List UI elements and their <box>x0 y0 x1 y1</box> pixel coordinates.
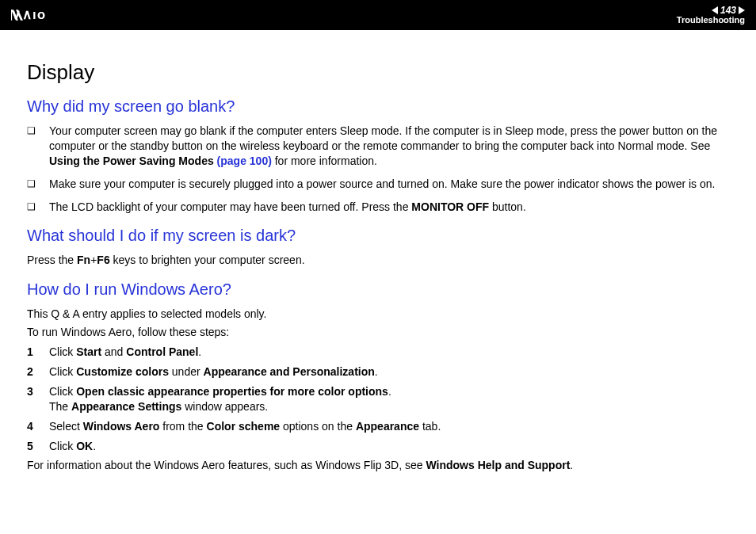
list-item: ❑ The LCD backlight of your computer may… <box>27 200 729 215</box>
step-item: 5 Click OK. <box>27 439 729 454</box>
bullet-icon: ❑ <box>27 200 49 213</box>
step-number: 5 <box>27 439 49 454</box>
prev-page-arrow-icon[interactable] <box>712 6 718 14</box>
q3-outro: For information about the Windows Aero f… <box>27 458 729 473</box>
page-title: Display <box>27 60 729 85</box>
step-item: 1 Click Start and Control Panel. <box>27 345 729 360</box>
q2-paragraph: Press the Fn+F6 keys to brighten your co… <box>27 253 729 268</box>
question-1-heading: Why did my screen go blank? <box>27 97 729 116</box>
list-item: ❑ Your computer screen may go blank if t… <box>27 124 729 169</box>
list-item: ❑ Make sure your computer is securely pl… <box>27 177 729 192</box>
step-text: Click OK. <box>49 439 729 454</box>
step-number: 3 <box>27 384 49 399</box>
page-number: 143 <box>718 6 739 15</box>
q3-intro-1: This Q & A entry applies to selected mod… <box>27 307 729 322</box>
header-right: 143 Troubleshooting <box>677 6 745 25</box>
step-number: 4 <box>27 419 49 434</box>
step-text: Click Start and Control Panel. <box>49 345 729 360</box>
svg-text:∨∧ıo: ∨∧ıo <box>11 8 47 21</box>
vaio-logo: ∨∧ıo <box>11 8 82 22</box>
step-text: Click Open classic appearance properties… <box>49 384 729 414</box>
step-text: Select Windows Aero from the Color schem… <box>49 419 729 434</box>
step-item: 4 Select Windows Aero from the Color sch… <box>27 419 729 434</box>
bullet-text: The LCD backlight of your computer may h… <box>49 200 729 215</box>
step-item: 3 Click Open classic appearance properti… <box>27 384 729 414</box>
page-link[interactable]: (page 100) <box>217 154 272 167</box>
question-2-heading: What should I do if my screen is dark? <box>27 227 729 245</box>
header-bar: ∨∧ıo 143 Troubleshooting <box>0 0 756 30</box>
section-label: Troubleshooting <box>677 16 745 25</box>
step-number: 2 <box>27 364 49 380</box>
step-item: 2 Click Customize colors under Appearanc… <box>27 364 729 380</box>
step-number: 1 <box>27 345 49 360</box>
bullet-icon: ❑ <box>27 177 49 190</box>
step-text: Click Customize colors under Appearance … <box>49 364 729 380</box>
bullet-text: Make sure your computer is securely plug… <box>49 177 729 192</box>
page-content: Display Why did my screen go blank? ❑ Yo… <box>0 30 756 492</box>
question-3-heading: How do I run Windows Aero? <box>27 280 729 299</box>
q3-step-list: 1 Click Start and Control Panel. 2 Click… <box>27 345 729 453</box>
bullet-icon: ❑ <box>27 124 49 137</box>
q3-intro-2: To run Windows Aero, follow these steps: <box>27 325 729 340</box>
page-nav: 143 <box>712 6 745 15</box>
next-page-arrow-icon[interactable] <box>739 6 745 14</box>
q1-bullet-list: ❑ Your computer screen may go blank if t… <box>27 124 729 214</box>
bullet-text: Your computer screen may go blank if the… <box>49 124 729 169</box>
